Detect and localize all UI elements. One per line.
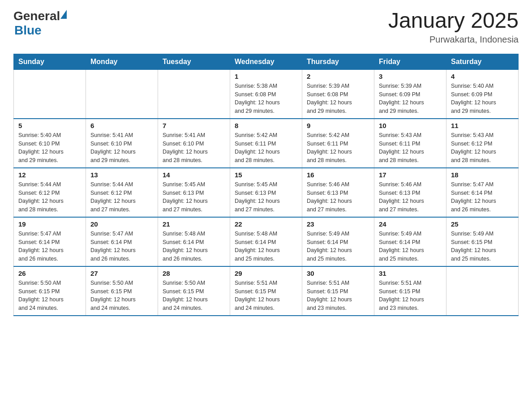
day-info: Sunrise: 5:46 AMSunset: 6:13 PMDaylight:… <box>379 180 442 214</box>
day-info: Sunrise: 5:43 AMSunset: 6:12 PMDaylight:… <box>451 131 514 165</box>
day-info: Sunrise: 5:49 AMSunset: 6:14 PMDaylight:… <box>307 230 369 263</box>
calendar-cell: 16Sunrise: 5:46 AMSunset: 6:13 PMDayligh… <box>302 168 374 217</box>
day-number: 13 <box>90 171 153 179</box>
day-info: Sunrise: 5:40 AMSunset: 6:09 PMDaylight:… <box>451 82 514 116</box>
calendar-week-5: 26Sunrise: 5:50 AMSunset: 6:15 PMDayligh… <box>14 266 519 316</box>
day-number: 1 <box>235 73 297 80</box>
day-number: 31 <box>379 270 442 277</box>
day-info: Sunrise: 5:51 AMSunset: 6:15 PMDaylight:… <box>235 279 297 313</box>
day-info: Sunrise: 5:47 AMSunset: 6:14 PMDaylight:… <box>451 180 514 214</box>
calendar-header-friday: Friday <box>374 54 446 69</box>
day-info: Sunrise: 5:47 AMSunset: 6:14 PMDaylight:… <box>90 230 153 263</box>
calendar-header-tuesday: Tuesday <box>158 54 230 69</box>
calendar-cell: 12Sunrise: 5:44 AMSunset: 6:12 PMDayligh… <box>14 168 86 217</box>
calendar-cell: 2Sunrise: 5:39 AMSunset: 6:08 PMDaylight… <box>302 69 374 119</box>
logo-triangle-icon <box>60 10 67 19</box>
day-info: Sunrise: 5:38 AMSunset: 6:08 PMDaylight:… <box>235 82 297 116</box>
day-number: 21 <box>163 220 225 228</box>
day-info: Sunrise: 5:47 AMSunset: 6:14 PMDaylight:… <box>18 230 81 263</box>
calendar-cell: 3Sunrise: 5:39 AMSunset: 6:09 PMDaylight… <box>374 69 446 119</box>
calendar-table: SundayMondayTuesdayWednesdayThursdayFrid… <box>13 54 519 316</box>
day-number: 18 <box>451 171 514 179</box>
calendar-header-thursday: Thursday <box>302 54 374 69</box>
day-number: 24 <box>379 220 442 228</box>
day-number: 8 <box>235 122 297 129</box>
calendar-cell: 13Sunrise: 5:44 AMSunset: 6:12 PMDayligh… <box>86 168 158 217</box>
calendar-header-wednesday: Wednesday <box>230 54 302 69</box>
calendar-cell: 6Sunrise: 5:41 AMSunset: 6:10 PMDaylight… <box>86 119 158 168</box>
calendar-cell: 29Sunrise: 5:51 AMSunset: 6:15 PMDayligh… <box>230 266 302 316</box>
logo-text-general: General <box>13 9 60 23</box>
day-number: 17 <box>379 171 442 179</box>
day-info: Sunrise: 5:41 AMSunset: 6:10 PMDaylight:… <box>163 131 225 165</box>
calendar-week-3: 12Sunrise: 5:44 AMSunset: 6:12 PMDayligh… <box>14 168 519 217</box>
logo: General Blue <box>13 9 67 38</box>
calendar-cell: 25Sunrise: 5:49 AMSunset: 6:15 PMDayligh… <box>446 217 519 266</box>
day-number: 14 <box>163 171 225 179</box>
calendar-week-1: 1Sunrise: 5:38 AMSunset: 6:08 PMDaylight… <box>14 69 519 119</box>
day-info: Sunrise: 5:48 AMSunset: 6:14 PMDaylight:… <box>235 230 297 263</box>
day-number: 15 <box>235 171 297 179</box>
calendar-week-2: 5Sunrise: 5:40 AMSunset: 6:10 PMDaylight… <box>14 119 519 168</box>
day-number: 25 <box>451 220 514 228</box>
day-info: Sunrise: 5:43 AMSunset: 6:11 PMDaylight:… <box>379 131 442 165</box>
month-title: January 2025 <box>388 9 519 33</box>
day-info: Sunrise: 5:44 AMSunset: 6:12 PMDaylight:… <box>90 180 153 214</box>
day-number: 9 <box>307 122 369 129</box>
day-number: 3 <box>379 73 442 80</box>
day-number: 12 <box>18 171 81 179</box>
day-info: Sunrise: 5:49 AMSunset: 6:15 PMDaylight:… <box>451 230 514 263</box>
day-info: Sunrise: 5:51 AMSunset: 6:15 PMDaylight:… <box>307 279 369 313</box>
day-number: 4 <box>451 73 514 80</box>
day-number: 27 <box>90 270 153 277</box>
calendar-cell: 5Sunrise: 5:40 AMSunset: 6:10 PMDaylight… <box>14 119 86 168</box>
calendar-cell: 24Sunrise: 5:49 AMSunset: 6:14 PMDayligh… <box>374 217 446 266</box>
logo-text-blue: Blue <box>14 23 42 37</box>
day-number: 20 <box>90 220 153 228</box>
calendar-cell: 26Sunrise: 5:50 AMSunset: 6:15 PMDayligh… <box>14 266 86 316</box>
day-info: Sunrise: 5:39 AMSunset: 6:08 PMDaylight:… <box>307 82 369 116</box>
calendar-cell: 11Sunrise: 5:43 AMSunset: 6:12 PMDayligh… <box>446 119 519 168</box>
day-info: Sunrise: 5:48 AMSunset: 6:14 PMDaylight:… <box>163 230 225 263</box>
day-info: Sunrise: 5:42 AMSunset: 6:11 PMDaylight:… <box>235 131 297 165</box>
day-number: 22 <box>235 220 297 228</box>
day-number: 29 <box>235 270 297 277</box>
calendar-header-monday: Monday <box>86 54 158 69</box>
day-number: 26 <box>18 270 81 277</box>
calendar-cell: 17Sunrise: 5:46 AMSunset: 6:13 PMDayligh… <box>374 168 446 217</box>
calendar-header-row: SundayMondayTuesdayWednesdayThursdayFrid… <box>14 54 519 69</box>
calendar-header-saturday: Saturday <box>446 54 519 69</box>
calendar-cell: 23Sunrise: 5:49 AMSunset: 6:14 PMDayligh… <box>302 217 374 266</box>
day-number: 6 <box>90 122 153 129</box>
calendar-cell: 4Sunrise: 5:40 AMSunset: 6:09 PMDaylight… <box>446 69 519 119</box>
calendar-cell <box>158 69 230 119</box>
calendar-cell: 15Sunrise: 5:45 AMSunset: 6:13 PMDayligh… <box>230 168 302 217</box>
day-info: Sunrise: 5:45 AMSunset: 6:13 PMDaylight:… <box>235 180 297 214</box>
calendar-cell: 9Sunrise: 5:42 AMSunset: 6:11 PMDaylight… <box>302 119 374 168</box>
day-info: Sunrise: 5:44 AMSunset: 6:12 PMDaylight:… <box>18 180 81 214</box>
day-info: Sunrise: 5:40 AMSunset: 6:10 PMDaylight:… <box>18 131 81 165</box>
day-number: 28 <box>163 270 225 277</box>
day-number: 10 <box>379 122 442 129</box>
calendar-cell: 18Sunrise: 5:47 AMSunset: 6:14 PMDayligh… <box>446 168 519 217</box>
day-number: 7 <box>163 122 225 129</box>
calendar-cell: 22Sunrise: 5:48 AMSunset: 6:14 PMDayligh… <box>230 217 302 266</box>
day-info: Sunrise: 5:49 AMSunset: 6:14 PMDaylight:… <box>379 230 442 263</box>
calendar-cell: 28Sunrise: 5:50 AMSunset: 6:15 PMDayligh… <box>158 266 230 316</box>
calendar-cell <box>446 266 519 316</box>
day-number: 5 <box>18 122 81 129</box>
day-number: 11 <box>451 122 514 129</box>
day-info: Sunrise: 5:45 AMSunset: 6:13 PMDaylight:… <box>163 180 225 214</box>
day-number: 30 <box>307 270 369 277</box>
calendar-cell: 27Sunrise: 5:50 AMSunset: 6:15 PMDayligh… <box>86 266 158 316</box>
calendar-cell: 1Sunrise: 5:38 AMSunset: 6:08 PMDaylight… <box>230 69 302 119</box>
day-info: Sunrise: 5:50 AMSunset: 6:15 PMDaylight:… <box>90 279 153 313</box>
day-info: Sunrise: 5:46 AMSunset: 6:13 PMDaylight:… <box>307 180 369 214</box>
day-info: Sunrise: 5:50 AMSunset: 6:15 PMDaylight:… <box>163 279 225 313</box>
day-info: Sunrise: 5:39 AMSunset: 6:09 PMDaylight:… <box>379 82 442 116</box>
calendar-cell <box>14 69 86 119</box>
day-number: 19 <box>18 220 81 228</box>
calendar-cell: 21Sunrise: 5:48 AMSunset: 6:14 PMDayligh… <box>158 217 230 266</box>
day-number: 2 <box>307 73 369 80</box>
day-number: 23 <box>307 220 369 228</box>
